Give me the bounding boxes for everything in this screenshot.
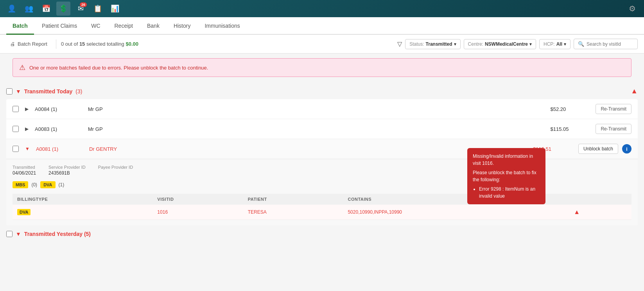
table-row: ▶ A0084 (1) Mr GP $52.20 Re-Transmit xyxy=(6,99,638,119)
row-id-a0084[interactable]: A0084 (1) xyxy=(35,106,82,112)
expanded-detail-a0081: Transmitted 04/06/2021 Service Provider … xyxy=(6,159,638,225)
tab-bar: Batch Patient Claims WC Receipt Bank His… xyxy=(0,17,644,35)
col-patient: PATIENT xyxy=(243,194,343,205)
payee-provider-label: Payee Provider ID xyxy=(98,165,133,170)
selection-text: 0 out of xyxy=(61,41,78,47)
tab-batch[interactable]: Batch xyxy=(6,17,34,35)
visitid-link[interactable]: 1016 xyxy=(157,209,168,215)
service-provider-value: 2435691B xyxy=(48,170,86,176)
row-amount-a0083: $115.05 xyxy=(550,126,589,132)
tab-bank[interactable]: Bank xyxy=(141,17,166,35)
col-billingtype: BILLINGTYPE xyxy=(13,194,152,205)
tab-patient-claims[interactable]: Patient Claims xyxy=(36,17,83,35)
billing-icon[interactable]: 💲 xyxy=(56,2,70,16)
status-value: Transmitted xyxy=(426,41,452,47)
col-actions xyxy=(566,194,631,205)
warning-icon: ⚠ xyxy=(19,63,25,72)
dva-tag-label: DVA xyxy=(43,182,52,187)
row-checkbox-a0081[interactable] xyxy=(13,146,19,152)
row-provider-a0083: Mr GP xyxy=(88,126,544,132)
person-icon[interactable]: 👤 xyxy=(5,2,19,16)
group-today-checkbox[interactable] xyxy=(6,88,13,95)
main-content: ⚠ One or more batches failed due to erro… xyxy=(0,58,644,245)
chevron-down-icon: ▾ xyxy=(529,41,532,47)
group-yesterday-checkbox[interactable] xyxy=(6,231,13,237)
toolbar: 🖨 Batch Report 0 out of 15 selected tota… xyxy=(0,35,644,54)
patient-link[interactable]: TERESA xyxy=(248,209,267,215)
service-provider-meta: Service Provider ID 2435691B xyxy=(48,165,86,176)
tab-history[interactable]: History xyxy=(167,17,197,35)
row-checkbox-a0083[interactable] xyxy=(13,126,19,132)
top-navigation: 👤 👥 📅 💲 ✉ 26 📋 📊 ⚙ xyxy=(0,0,644,17)
selection-total: 15 xyxy=(79,41,85,47)
chevron-down-icon: ▾ xyxy=(454,41,456,47)
tab-receipt[interactable]: Receipt xyxy=(108,17,139,35)
row-expand-icon-a0084[interactable]: ▶ xyxy=(25,106,29,112)
search-input[interactable] xyxy=(587,41,633,47)
toolbar-right: ▽ Status: Transmitted ▾ Centre: NSWMedic… xyxy=(397,39,638,49)
tooltip-title: Missing/Invalid information in visit 101… xyxy=(473,153,540,167)
chevron-down-icon: ▾ xyxy=(564,41,566,47)
transmitted-meta: Transmitted 04/06/2021 xyxy=(13,165,36,176)
cell-visitid[interactable]: 1016 xyxy=(152,205,243,220)
table-row: ▶ A0083 (1) Mr GP $115.05 Re-Transmit xyxy=(6,119,638,139)
error-tooltip: Missing/Invalid information in visit 101… xyxy=(467,148,545,204)
tab-immunisations[interactable]: Immunisations xyxy=(198,17,246,35)
payee-provider-meta: Payee Provider ID xyxy=(98,165,133,176)
tab-wc[interactable]: WC xyxy=(85,17,106,35)
hcp-dropdown[interactable]: HCP: All ▾ xyxy=(539,39,570,49)
claims-icon[interactable]: 📋 xyxy=(91,2,105,16)
alert-banner: ⚠ One or more batches failed due to erro… xyxy=(13,58,631,77)
dva-billing-tag: DVA xyxy=(17,209,30,215)
mbs-count: (0) xyxy=(31,182,37,187)
hcp-value: All xyxy=(556,41,562,47)
toolbar-divider xyxy=(56,39,56,49)
row-provider-a0084: Mr GP xyxy=(88,106,544,112)
row-id-a0083[interactable]: A0083 (1) xyxy=(35,126,82,132)
row-id-a0081[interactable]: A0081 (1) xyxy=(36,146,83,152)
printer-icon: 🖨 xyxy=(10,41,15,47)
settings-icon[interactable]: ⚙ xyxy=(625,2,639,16)
row-checkbox-a0084[interactable] xyxy=(13,106,19,112)
cell-patient: TERESA xyxy=(243,205,343,220)
cell-row-warning: ▲ xyxy=(566,205,631,220)
cell-billingtype: DVA xyxy=(13,205,152,220)
row-expand-icon-a0083[interactable]: ▶ xyxy=(25,126,29,132)
hcp-label: HCP: xyxy=(544,41,555,47)
group-today-count: (3) xyxy=(75,88,82,95)
tooltip-subtitle: Please unblock the batch to fix the foll… xyxy=(473,169,540,183)
service-provider-label: Service Provider ID xyxy=(48,165,86,170)
selection-amount: $0.00 xyxy=(126,41,138,47)
transmitted-value: 04/06/2021 xyxy=(13,170,36,176)
row-expand-icon-a0081[interactable]: ▼ xyxy=(25,146,30,152)
calendar-icon[interactable]: 📅 xyxy=(39,2,53,16)
filter-icon[interactable]: ▽ xyxy=(397,40,402,48)
group-today-collapse-icon[interactable]: ▼ xyxy=(16,88,21,95)
unblock-batch-button[interactable]: Unblock batch xyxy=(578,144,618,154)
mbs-tag-label: MBS xyxy=(16,182,25,187)
mail-icon[interactable]: ✉ 26 xyxy=(74,2,88,16)
row-action-a0084: Re-Transmit xyxy=(596,104,631,114)
chart-icon[interactable]: 📊 xyxy=(108,2,122,16)
status-dropdown[interactable]: Status: Transmitted ▾ xyxy=(405,39,460,49)
centre-dropdown[interactable]: Centre: NSWMedicalCentre ▾ xyxy=(464,39,536,49)
cell-contains: 5020,10990,INPPA,10990 xyxy=(343,205,566,220)
info-button-a0081[interactable]: i xyxy=(622,144,631,154)
search-box[interactable]: 🔍 xyxy=(574,39,638,49)
retransmit-button-a0083[interactable]: Re-Transmit xyxy=(596,124,631,134)
row-amount-a0084: $52.20 xyxy=(550,106,589,112)
group-yesterday-collapse-icon[interactable]: ▼ xyxy=(16,231,21,237)
col-visitid: VISITID xyxy=(152,194,243,205)
selection-mid: selected totalling xyxy=(86,41,124,47)
centre-value: NSWMedicalCentre xyxy=(485,41,528,47)
row-warning-icon: ▲ xyxy=(574,209,580,215)
batch-report-button[interactable]: 🖨 Batch Report xyxy=(6,39,51,49)
group-icon[interactable]: 👥 xyxy=(22,2,36,16)
group-yesterday-title: Transmitted Yesterday (5) xyxy=(24,231,91,237)
mbs-tag: MBS xyxy=(13,181,28,188)
group-today-title: Transmitted Today xyxy=(24,88,72,95)
retransmit-button-a0084[interactable]: Re-Transmit xyxy=(596,104,631,114)
group-today-header: ▼ Transmitted Today (3) ▲ xyxy=(6,82,638,99)
batch-table: ▶ A0084 (1) Mr GP $52.20 Re-Transmit ▶ A… xyxy=(6,99,638,225)
mail-badge: 26 xyxy=(80,2,87,7)
